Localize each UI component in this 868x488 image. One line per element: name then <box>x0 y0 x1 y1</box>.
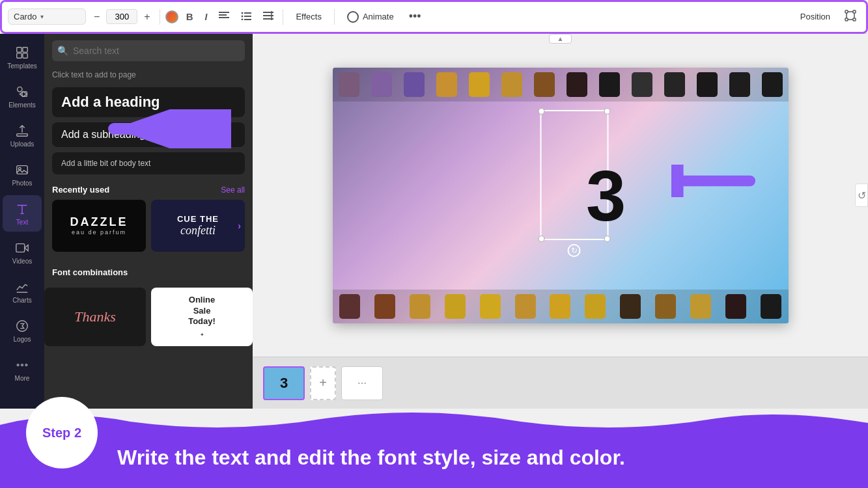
cue-main-text: CUE THE <box>177 214 219 224</box>
add-page-button[interactable]: + <box>310 366 336 400</box>
film-swatch <box>599 72 620 97</box>
svg-point-36 <box>21 364 23 366</box>
film-swatch-bottom <box>620 294 641 319</box>
search-container: 🔍 <box>52 40 245 61</box>
add-body-option[interactable]: Add a little bit of body text <box>52 152 245 174</box>
instruction-text: Write the text and edit the font style, … <box>117 444 625 472</box>
svg-rect-15 <box>845 18 848 21</box>
handle-top-left[interactable] <box>538 108 544 115</box>
step-circle: Step 2 <box>26 397 98 468</box>
recently-used-cue-card[interactable]: CUE THE confetti › <box>151 200 245 252</box>
italic-button[interactable]: I <box>201 9 212 25</box>
left-panel: 🔍 Click text to add to page Add a headin… <box>44 34 253 409</box>
sidebar-text-label: Text <box>16 219 28 226</box>
film-swatch <box>501 72 522 97</box>
sidebar-item-videos[interactable]: Videos <box>3 234 42 271</box>
sidebar-more-label: More <box>15 375 30 382</box>
text-color-picker[interactable] <box>165 10 178 23</box>
svg-marker-27 <box>20 92 27 96</box>
online-sale-content: OnlineSaleToday! ✦ <box>183 290 221 345</box>
sidebar-item-text[interactable]: Text <box>3 195 42 232</box>
dazzle-card-content: DAZZLE eau de parfum <box>70 216 128 236</box>
font-combo-online-sale-card[interactable]: OnlineSaleToday! ✦ <box>151 288 253 346</box>
recently-used-chevron-icon: › <box>238 221 241 231</box>
dazzle-text: DAZZLE <box>70 216 128 229</box>
sidebar-item-templates[interactable]: Templates <box>3 39 42 75</box>
more-options-button[interactable]: ••• <box>405 7 425 26</box>
font-selector[interactable]: Cardo ▾ <box>8 8 86 25</box>
bold-button[interactable]: B <box>182 8 197 25</box>
spacing-button[interactable] <box>259 8 277 25</box>
svg-marker-32 <box>25 245 28 251</box>
sidebar-item-photos[interactable]: Photos <box>3 156 42 193</box>
sidebar-elements-label: Elements <box>8 102 36 109</box>
rotate-handle[interactable]: ↻ <box>568 244 581 257</box>
search-icon: 🔍 <box>57 46 68 56</box>
svg-point-7 <box>242 19 244 21</box>
recently-used-dazzle-card[interactable]: DAZZLE eau de parfum <box>52 200 146 252</box>
share-icon-button[interactable] <box>841 7 860 26</box>
font-combinations-grid: Thanks OnlineSaleToday! ✦ <box>44 288 253 346</box>
film-swatch-bottom <box>761 294 781 319</box>
add-subheading-option[interactable]: Add a subheading <box>52 122 245 147</box>
handle-top-right[interactable] <box>604 108 610 115</box>
bottom-section: Step 2 Write the text and edit the font … <box>0 435 868 488</box>
svg-point-37 <box>25 364 27 366</box>
svg-point-3 <box>242 12 244 14</box>
sidebar: Templates Elements Uploads Photos Text V <box>0 34 44 409</box>
pages-expand-button[interactable]: ▲ <box>549 34 572 44</box>
step-label: Step 2 <box>42 426 81 441</box>
align-left-button[interactable] <box>215 8 233 25</box>
search-input[interactable] <box>52 40 245 61</box>
sidebar-photos-label: Photos <box>12 180 32 187</box>
film-swatch-bottom <box>515 294 536 319</box>
thanks-text: Thanks <box>74 308 116 325</box>
svg-rect-16 <box>853 18 856 21</box>
film-swatch <box>436 72 457 97</box>
app-container: Cardo ▾ − + B I <box>0 0 868 488</box>
svg-rect-21 <box>17 47 21 51</box>
design-canvas[interactable]: ↻ 3 <box>333 68 789 323</box>
font-size-decrease-button[interactable]: − <box>90 10 104 24</box>
film-swatch <box>567 72 587 97</box>
right-collapse-button[interactable]: ↺ <box>855 183 868 207</box>
film-strip-bottom <box>333 290 789 323</box>
sidebar-item-elements[interactable]: Elements <box>3 78 42 115</box>
sidebar-item-uploads[interactable]: Uploads <box>3 117 42 154</box>
effects-button[interactable]: Effects <box>288 8 329 25</box>
film-swatch <box>404 72 425 97</box>
list-button[interactable] <box>237 8 255 25</box>
font-size-increase-button[interactable]: + <box>140 10 154 24</box>
recently-used-header: Recently used See all <box>44 177 253 200</box>
page-thumbnail-1[interactable]: 3 <box>263 366 305 400</box>
font-combo-thanks-card[interactable]: Thanks <box>44 288 146 346</box>
see-all-button[interactable]: See all <box>221 185 245 195</box>
film-swatch <box>762 72 783 97</box>
handle-bottom-left[interactable] <box>538 236 544 242</box>
svg-rect-31 <box>16 243 25 252</box>
purple-arrow-canvas <box>671 165 756 200</box>
sidebar-uploads-label: Uploads <box>10 141 35 148</box>
page-thumb-number: 3 <box>280 375 288 392</box>
sidebar-item-charts[interactable]: Charts <box>3 273 42 310</box>
font-size-input[interactable] <box>106 9 137 24</box>
sidebar-item-more[interactable]: More <box>3 351 42 388</box>
online-sale-text: OnlineSaleToday! <box>188 295 216 328</box>
add-heading-option[interactable]: Add a heading <box>52 87 245 117</box>
font-combinations-header: Font combinations <box>44 260 253 282</box>
divider-3 <box>334 9 335 25</box>
wave-svg <box>0 409 868 435</box>
canvas-text-element[interactable]: 3 <box>586 154 626 237</box>
film-swatch <box>697 72 718 97</box>
animate-button[interactable]: Animate <box>340 8 401 26</box>
divider-1 <box>160 9 160 25</box>
cue-card-content: CUE THE confetti <box>177 214 219 237</box>
sidebar-item-logos[interactable]: Logos <box>3 312 42 349</box>
expand-pages-button[interactable]: ⋯ <box>341 366 383 400</box>
position-button[interactable]: Position <box>794 9 837 24</box>
main-area: Templates Elements Uploads Photos Text V <box>0 34 868 409</box>
svg-rect-22 <box>23 47 27 51</box>
font-combinations-title: Font combinations <box>52 267 128 277</box>
svg-point-5 <box>242 16 244 18</box>
canvas-scroll-area: ↻ 3 <box>253 34 868 357</box>
